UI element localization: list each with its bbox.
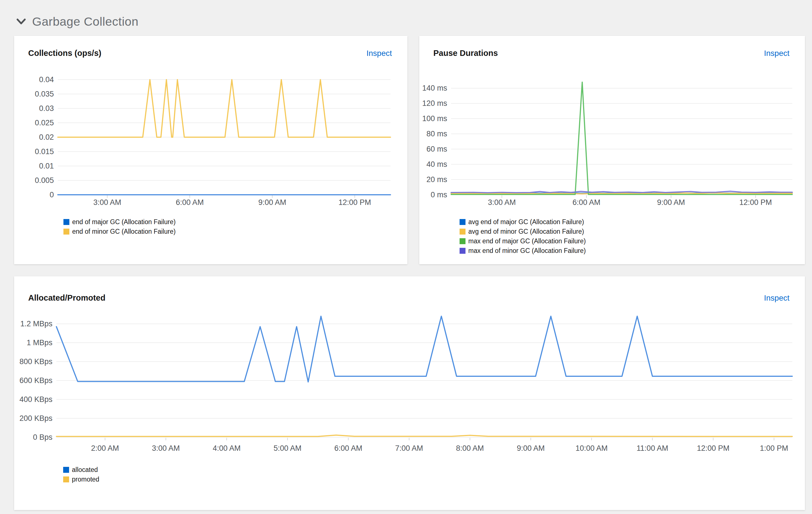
series-line	[451, 82, 792, 194]
legend-label: allocated	[72, 466, 98, 474]
legend-item: end of minor GC (Allocation Failure)	[63, 227, 407, 236]
legend-item: avg end of major GC (Allocation Failure)	[460, 217, 805, 227]
y-tick-label: 0.005	[35, 176, 54, 185]
x-tick-label: 9:00 AM	[517, 444, 545, 453]
legend-swatch	[63, 477, 69, 482]
legend-swatch	[460, 238, 465, 244]
y-tick-label: 140 ms	[422, 84, 447, 92]
y-tick-label: 120 ms	[422, 99, 447, 108]
collections-chart[interactable]: 0.040.0350.030.0250.020.0150.010.00503:0…	[14, 61, 407, 214]
y-tick-label: 0.02	[39, 133, 54, 141]
y-tick-label: 400 KBps	[20, 395, 53, 404]
chart-title-allocated-promoted: Allocated/Promoted	[28, 293, 106, 303]
x-tick-label: 12:00 PM	[338, 198, 371, 207]
pause-durations-legend: avg end of major GC (Allocation Failure)…	[460, 217, 805, 255]
x-tick-label: 6:00 AM	[176, 198, 204, 207]
y-tick-label: 0	[50, 191, 54, 199]
x-tick-label: 6:00 AM	[335, 444, 362, 453]
legend-label: avg end of minor GC (Allocation Failure)	[468, 228, 584, 236]
x-tick-label: 2:00 AM	[91, 444, 119, 453]
x-tick-label: 10:00 AM	[576, 444, 608, 453]
y-tick-label: 80 ms	[426, 130, 447, 138]
legend-item: max end of major GC (Allocation Failure)	[460, 236, 805, 246]
x-tick-label: 3:00 AM	[488, 198, 516, 207]
chart-title-pause-durations: Pause Durations	[433, 49, 498, 58]
section-title: Garbage Collection	[32, 15, 139, 28]
y-tick-label: 200 KBps	[20, 414, 53, 423]
collections-legend: end of major GC (Allocation Failure)end …	[63, 217, 407, 236]
inspect-link-allocated-promoted[interactable]: Inspect	[764, 294, 789, 303]
chart-title-collections: Collections (ops/s)	[28, 49, 101, 58]
y-tick-label: 100 ms	[422, 114, 447, 123]
x-tick-label: 6:00 AM	[572, 198, 600, 207]
y-tick-label: 1.2 MBps	[20, 320, 53, 328]
legend-item: max end of minor GC (Allocation Failure)	[460, 246, 805, 255]
y-tick-label: 0.035	[35, 90, 54, 98]
series-line	[56, 316, 792, 382]
series-line	[451, 191, 792, 193]
x-tick-label: 1:00 PM	[760, 444, 788, 453]
section-collapse-header[interactable]: Garbage Collection	[16, 15, 812, 28]
chevron-down-icon[interactable]	[16, 18, 26, 25]
legend-item: allocated	[63, 465, 805, 475]
legend-item: avg end of minor GC (Allocation Failure)	[460, 227, 805, 236]
x-tick-label: 12:00 PM	[739, 198, 772, 207]
y-tick-label: 0.025	[35, 118, 54, 127]
legend-label: max end of minor GC (Allocation Failure)	[468, 247, 586, 254]
y-tick-label: 40 ms	[426, 160, 447, 168]
series-line	[56, 435, 792, 437]
y-tick-label: 0 Bps	[33, 433, 53, 441]
y-tick-label: 0.03	[39, 104, 54, 113]
y-tick-label: 60 ms	[426, 145, 447, 153]
allocated-promoted-chart[interactable]: 1.2 MBps1 MBps800 KBps600 KBps400 KBps20…	[14, 310, 805, 463]
x-tick-label: 12:00 PM	[697, 444, 730, 453]
legend-label: avg end of major GC (Allocation Failure)	[468, 218, 584, 226]
inspect-link-pause-durations[interactable]: Inspect	[764, 49, 789, 58]
y-tick-label: 0.01	[39, 162, 54, 170]
y-tick-label: 0.015	[35, 147, 54, 156]
x-tick-label: 8:00 AM	[456, 444, 484, 453]
pause-durations-card: Pause Durations Inspect 140 ms120 ms100 …	[419, 36, 805, 264]
legend-label: max end of major GC (Allocation Failure)	[468, 237, 586, 245]
allocated-promoted-card: Allocated/Promoted Inspect 1.2 MBps1 MBp…	[14, 276, 805, 510]
y-tick-label: 1 MBps	[27, 339, 53, 347]
x-tick-label: 9:00 AM	[258, 198, 286, 207]
legend-swatch	[63, 219, 69, 225]
legend-swatch	[460, 248, 465, 254]
legend-swatch	[460, 228, 465, 235]
x-tick-label: 4:00 AM	[212, 444, 240, 453]
x-tick-label: 3:00 AM	[93, 198, 121, 207]
allocated-promoted-legend: allocatedpromoted	[63, 465, 805, 484]
legend-swatch	[63, 467, 69, 473]
x-tick-label: 5:00 AM	[273, 444, 301, 453]
x-tick-label: 9:00 AM	[657, 198, 685, 207]
legend-label: end of minor GC (Allocation Failure)	[72, 228, 176, 236]
series-line	[451, 193, 792, 194]
chart-row-top: Collections (ops/s) Inspect 0.040.0350.0…	[14, 36, 805, 264]
x-tick-label: 11:00 AM	[637, 444, 668, 453]
x-tick-label: 7:00 AM	[395, 444, 423, 453]
y-tick-label: 600 KBps	[20, 376, 53, 385]
legend-label: promoted	[72, 476, 99, 483]
legend-label: end of major GC (Allocation Failure)	[72, 218, 176, 226]
legend-item: promoted	[63, 475, 805, 484]
x-tick-label: 3:00 AM	[152, 444, 180, 453]
y-tick-label: 800 KBps	[20, 357, 53, 366]
collections-card: Collections (ops/s) Inspect 0.040.0350.0…	[14, 36, 407, 264]
legend-swatch	[63, 228, 69, 235]
y-tick-label: 0.04	[39, 75, 54, 84]
y-tick-label: 0 ms	[431, 191, 447, 199]
inspect-link-collections[interactable]: Inspect	[367, 49, 392, 58]
pause-durations-chart[interactable]: 140 ms120 ms100 ms80 ms60 ms40 ms20 ms0 …	[419, 61, 805, 214]
legend-item: end of major GC (Allocation Failure)	[63, 217, 407, 227]
legend-swatch	[460, 219, 465, 225]
y-tick-label: 20 ms	[426, 175, 447, 184]
